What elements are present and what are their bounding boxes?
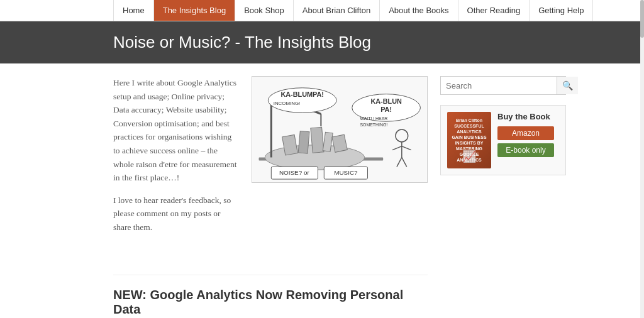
- sidebar: 🔍 Brian Clifton SUCCESSFUL ANALYTICS GAI…: [440, 63, 566, 318]
- search-box: 🔍: [440, 76, 566, 95]
- intro-para-1: Here I write about Google Analytics setu…: [113, 76, 239, 185]
- page-title: Noise or Music? - The Insights Blog: [113, 33, 531, 52]
- cover-title-2: ANALYTICS: [450, 129, 489, 134]
- ebook-button[interactable]: E-book only: [497, 143, 554, 157]
- search-button[interactable]: 🔍: [557, 77, 578, 94]
- nav-getting-help[interactable]: Getting Help: [530, 0, 593, 21]
- intro-divider: [113, 275, 428, 275]
- page-header: Noise or Music? - The Insights Blog: [0, 21, 644, 63]
- nav-book-shop[interactable]: Book Shop: [235, 0, 294, 21]
- nav-about-books[interactable]: About the Books: [380, 0, 458, 21]
- amazon-button[interactable]: Amazon: [497, 126, 554, 140]
- intro-text: Here I write about Google Analytics setu…: [113, 76, 239, 243]
- svg-rect-5: [311, 127, 324, 153]
- analytics-icon: 📈: [462, 150, 476, 163]
- nav-other-reading[interactable]: Other Reading: [458, 0, 530, 21]
- nav-insights-blog[interactable]: The Insights Blog: [154, 0, 235, 21]
- cover-author: Brian Clifton: [450, 118, 489, 123]
- svg-text:NOISE? or: NOISE? or: [279, 169, 309, 176]
- main-content: Here I write about Google Analytics setu…: [13, 63, 440, 318]
- nav-home[interactable]: Home: [113, 0, 154, 21]
- article-1: NEW: Google Analytics Now Removing Perso…: [113, 288, 428, 318]
- book-info: Buy the Book Amazon E-book only: [497, 112, 559, 157]
- main-container: Here I write about Google Analytics setu…: [0, 63, 644, 318]
- intro-section: Here I write about Google Analytics setu…: [113, 76, 428, 256]
- svg-text:MUSIC?: MUSIC?: [334, 169, 358, 176]
- svg-text:PA!: PA!: [380, 106, 392, 113]
- nav-about-brian[interactable]: About Brian Clifton: [294, 0, 380, 21]
- svg-text:SOMETHING!: SOMETHING!: [360, 123, 387, 127]
- book-cover: Brian Clifton SUCCESSFUL ANALYTICS GAIN …: [447, 112, 491, 168]
- cartoon-svg: KA-BLUMPA! INCOMING! KA-BLUN: [252, 77, 427, 182]
- main-nav: Home The Insights Blog Book Shop About B…: [0, 0, 644, 21]
- svg-text:KA-BLUMPA!: KA-BLUMPA!: [280, 90, 324, 98]
- page-wrapper: Home The Insights Blog Book Shop About B…: [0, 0, 644, 318]
- article-1-title[interactable]: NEW: Google Analytics Now Removing Perso…: [113, 288, 428, 317]
- svg-text:INCOMING!: INCOMING!: [274, 101, 301, 106]
- cover-subtitle: GAIN BUSINESS INSIGHTS BY: [450, 134, 489, 146]
- search-input[interactable]: [441, 77, 557, 94]
- cover-title-1: SUCCESSFUL: [450, 123, 489, 129]
- book-widget: Brian Clifton SUCCESSFUL ANALYTICS GAIN …: [440, 105, 566, 175]
- svg-text:WAIT! I HEAR: WAIT! I HEAR: [360, 116, 387, 121]
- svg-text:KA-BLUN: KA-BLUN: [370, 97, 402, 105]
- scrollbar-track: [640, 0, 644, 318]
- intro-para-2: I love to hear reader's feedback, so ple…: [113, 194, 239, 234]
- scrollbar-thumb[interactable]: [640, 0, 644, 38]
- buy-title: Buy the Book: [497, 112, 559, 121]
- cartoon-image: KA-BLUMPA! INCOMING! KA-BLUN: [252, 76, 428, 183]
- search-icon: 🔍: [562, 80, 573, 90]
- svg-rect-4: [298, 131, 309, 153]
- intro-image: KA-BLUMPA! INCOMING! KA-BLUN: [252, 76, 428, 243]
